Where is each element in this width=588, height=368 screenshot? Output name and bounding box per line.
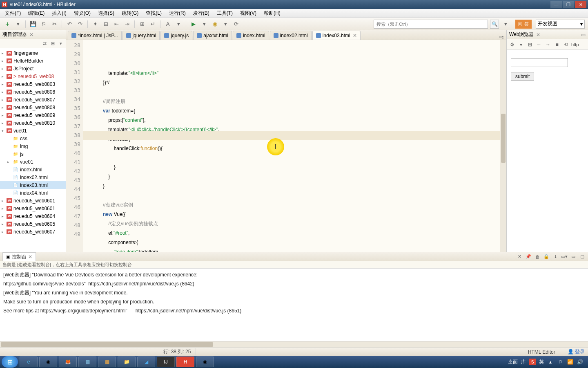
font-icon[interactable]: A bbox=[164, 20, 172, 28]
tree-node[interactable]: ▸Wneuedu5_web0807 bbox=[0, 96, 66, 103]
editor-tab[interactable]: ajaxtxt.html bbox=[193, 31, 232, 40]
back-icon[interactable]: ← bbox=[535, 41, 543, 48]
search-input[interactable] bbox=[374, 20, 488, 29]
web-panel-close-icon[interactable]: ✕ bbox=[536, 32, 540, 38]
console-scroll-icon[interactable]: ⤓ bbox=[552, 254, 559, 260]
url-field[interactable]: http bbox=[571, 42, 586, 47]
menu-goto[interactable]: 跳转(G) bbox=[118, 9, 142, 18]
console-output[interactable]: [Web浏览器] "Download the Vue Devtools exte… bbox=[0, 269, 588, 341]
gear-icon[interactable]: ⚙ bbox=[508, 41, 516, 48]
tree-node[interactable]: ▸Wneuedu5_web0808 bbox=[0, 103, 66, 111]
tree-node[interactable]: 📄index04.html bbox=[0, 189, 66, 197]
console-close-icon[interactable]: ✕ bbox=[516, 254, 523, 260]
menu-view[interactable]: 视图(V) bbox=[237, 9, 260, 18]
stop-icon[interactable]: ■ bbox=[553, 41, 561, 48]
taskbar-firefox[interactable]: 🦊 bbox=[59, 357, 77, 367]
outdent-icon[interactable]: ⇤ bbox=[112, 20, 120, 28]
taskbar-explorer[interactable]: 📁 bbox=[118, 357, 136, 367]
code-editor[interactable]: 28 29 30 31 32 33 34 35 36 37 38 39 40 4… bbox=[66, 40, 506, 252]
new-button[interactable]: + bbox=[3, 20, 11, 28]
refresh-icon[interactable]: ⟳ bbox=[232, 20, 240, 28]
console-tab[interactable]: ▣ 控制台 ✕ bbox=[2, 252, 36, 261]
web-panel-min-icon[interactable]: ▭ bbox=[581, 32, 586, 38]
taskbar-hbuilder[interactable]: H bbox=[176, 357, 194, 367]
menu-insert[interactable]: 插入(I) bbox=[49, 9, 69, 18]
menu-select[interactable]: 选择(S) bbox=[95, 9, 118, 18]
forward-icon[interactable]: → bbox=[544, 41, 552, 48]
ask-button[interactable]: 问 答 bbox=[515, 20, 532, 29]
taskbar-app2[interactable]: ▦ bbox=[98, 357, 116, 367]
bookmark-icon[interactable]: ✦ bbox=[91, 20, 99, 28]
collapse-icon[interactable]: ⊟ bbox=[49, 40, 56, 47]
link-icon[interactable]: ⇄ bbox=[41, 40, 48, 47]
menu-help[interactable]: 帮助(H) bbox=[261, 9, 284, 18]
tree-node[interactable]: ▸Wneuedu5_web0803 bbox=[0, 80, 66, 88]
menu-icon[interactable]: ▾ bbox=[58, 40, 64, 47]
tree-node[interactable]: ▸Wneuedu5_web0806 bbox=[0, 88, 66, 96]
menu-file[interactable]: 文件(F) bbox=[2, 9, 24, 18]
menu-publish[interactable]: 发行(B) bbox=[190, 9, 213, 18]
tree-node[interactable]: ▸W> neuedu5_web08 bbox=[0, 72, 66, 80]
taskbar-app3[interactable]: ◢ bbox=[137, 357, 155, 367]
menu-escape[interactable]: 转义(O) bbox=[71, 9, 94, 18]
undo-icon[interactable]: ↶ bbox=[65, 20, 74, 28]
run-dropdown[interactable]: ▾ bbox=[200, 20, 208, 28]
tree-node[interactable]: ▾Wvue01 bbox=[0, 127, 66, 135]
vertical-scrollbar[interactable] bbox=[500, 40, 506, 252]
console-clear-icon[interactable]: 🗑 bbox=[534, 254, 541, 260]
taskbar-ie[interactable]: e bbox=[20, 357, 38, 367]
maximize-button[interactable]: ❐ bbox=[563, 1, 574, 8]
preview-input[interactable] bbox=[511, 58, 568, 67]
wrap-icon[interactable]: ↵ bbox=[149, 20, 157, 28]
save-icon[interactable]: 💾 bbox=[29, 20, 37, 28]
fontsize-icon[interactable]: ▾ bbox=[174, 20, 183, 28]
tree-node[interactable]: ▸Wneuedu5_web0809 bbox=[0, 111, 66, 119]
editor-tab[interactable]: index.html bbox=[233, 31, 269, 40]
menu-edit[interactable]: 编辑(E) bbox=[25, 9, 48, 18]
editor-tab[interactable]: jquery.js bbox=[160, 31, 192, 40]
tray-library[interactable]: 库 bbox=[521, 359, 526, 366]
tray-flag-icon[interactable]: ⚐ bbox=[557, 359, 564, 365]
indent-icon[interactable]: ⇥ bbox=[123, 20, 131, 28]
console-lock-icon[interactable]: 🔒 bbox=[543, 254, 550, 260]
tray-vol-icon[interactable]: 🔊 bbox=[577, 359, 583, 365]
browser-icon[interactable]: ◉ bbox=[211, 20, 219, 28]
taskbar-app1[interactable]: ▦ bbox=[78, 357, 96, 367]
comment-icon[interactable]: ⊟ bbox=[102, 20, 110, 28]
newwin-icon[interactable]: ⊞ bbox=[526, 41, 534, 48]
search-button[interactable]: 🔍 bbox=[490, 20, 499, 29]
tree-node[interactable]: ▸Wneuedu5_web0605 bbox=[0, 220, 66, 228]
login-link[interactable]: 👤 登录 bbox=[568, 348, 585, 355]
menu-find[interactable]: 查找(L) bbox=[143, 9, 165, 18]
submit-button[interactable]: submit bbox=[511, 72, 534, 81]
run-icon[interactable]: ▶ bbox=[189, 20, 198, 28]
devview-select[interactable]: 开发视图▾ bbox=[536, 20, 585, 29]
console-pin-icon[interactable]: 📌 bbox=[525, 254, 532, 260]
gear-dropdown-icon[interactable]: ▾ bbox=[517, 41, 525, 48]
project-panel-close-icon[interactable]: ✕ bbox=[29, 32, 33, 38]
editor-tab[interactable]: jquery.html bbox=[122, 31, 160, 40]
redo-icon[interactable]: ↷ bbox=[76, 20, 84, 28]
editor-tab[interactable]: index02.html bbox=[270, 31, 312, 40]
search-dropdown[interactable]: ▾ bbox=[501, 20, 510, 28]
tree-node[interactable]: ▸WJsProject bbox=[0, 65, 66, 72]
tray-up-icon[interactable]: ▴ bbox=[547, 359, 554, 365]
tree-node[interactable]: ▸Wfingergame bbox=[0, 49, 66, 57]
tree-node[interactable]: 📄index03.html bbox=[0, 181, 66, 189]
taskbar-chrome[interactable]: ◉ bbox=[39, 357, 57, 367]
close-button[interactable]: ✕ bbox=[575, 1, 586, 8]
editor-tab[interactable]: *index.html | JsP... bbox=[68, 31, 122, 40]
console-hscrollbar[interactable] bbox=[0, 341, 588, 348]
taskbar-app4[interactable]: IJ bbox=[157, 357, 175, 367]
console-max-icon[interactable]: ▢ bbox=[579, 254, 586, 260]
new-dropdown[interactable]: ▾ bbox=[14, 20, 22, 28]
tree-node[interactable]: 📄index02.html bbox=[0, 173, 66, 181]
editor-tab[interactable]: index03.html✕ bbox=[312, 31, 361, 40]
tree-node[interactable]: 📁img bbox=[0, 142, 66, 150]
taskbar-chrome2[interactable]: ◉ bbox=[196, 357, 214, 367]
console-switch-icon[interactable]: ▭▾ bbox=[561, 254, 568, 260]
code-content[interactable]: template:"<li>item</li>" })*/ //局部注册 var… bbox=[83, 40, 500, 252]
project-tree[interactable]: ▸Wfingergame▸WHelloHBuilder▸WJsProject▸W… bbox=[0, 48, 66, 252]
menu-run[interactable]: 运行(R) bbox=[166, 9, 189, 18]
tree-node[interactable]: ▸📁vue01 bbox=[0, 158, 66, 166]
